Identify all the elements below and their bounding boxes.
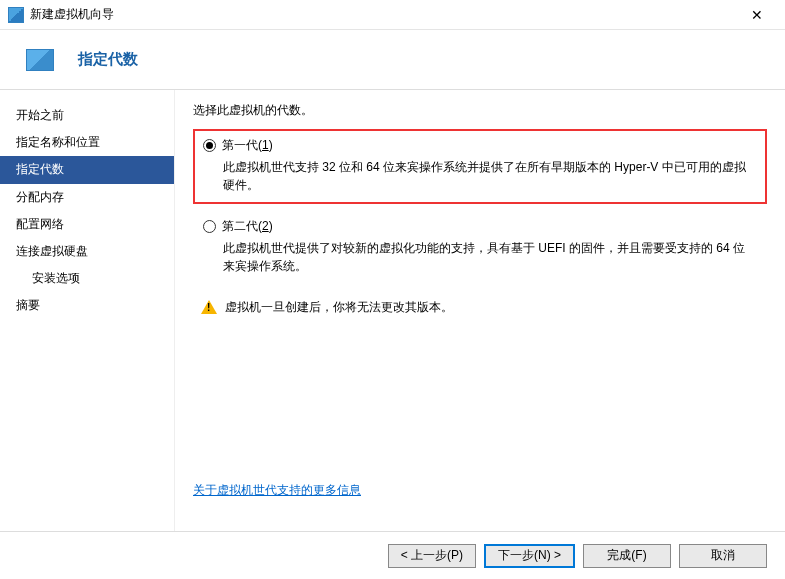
close-button[interactable]: ✕ [737,1,777,29]
sidebar-item-vhd[interactable]: 连接虚拟硬盘 [0,238,174,265]
finish-button[interactable]: 完成(F) [583,544,671,568]
close-icon: ✕ [751,7,763,23]
wizard-steps-sidebar: 开始之前 指定名称和位置 指定代数 分配内存 配置网络 连接虚拟硬盘 安装选项 … [0,90,175,531]
wizard-footer: < 上一步(P) 下一步(N) > 完成(F) 取消 [0,531,785,579]
generation-1-option[interactable]: 第一代(1) 此虚拟机世代支持 32 位和 64 位来宾操作系统并提供了在所有早… [193,129,767,204]
previous-button[interactable]: < 上一步(P) [388,544,476,568]
generation-1-radio-row[interactable]: 第一代(1) [203,137,757,154]
wizard-header: 指定代数 [0,30,785,90]
titlebar: 新建虚拟机向导 ✕ [0,0,785,30]
sidebar-item-network[interactable]: 配置网络 [0,211,174,238]
spacer [193,316,767,482]
gen2-description: 此虚拟机世代提供了对较新的虚拟化功能的支持，具有基于 UEFI 的固件，并且需要… [223,239,757,275]
more-info-link[interactable]: 关于虚拟机世代支持的更多信息 [193,482,767,499]
wizard-icon [26,49,54,71]
gen1-description: 此虚拟机世代支持 32 位和 64 位来宾操作系统并提供了在所有早期版本的 Hy… [223,158,757,194]
warning-row: 虚拟机一旦创建后，你将无法更改其版本。 [201,299,767,316]
app-icon [8,7,24,23]
wizard-body: 开始之前 指定名称和位置 指定代数 分配内存 配置网络 连接虚拟硬盘 安装选项 … [0,90,785,531]
generation-2-option[interactable]: 第二代(2) 此虚拟机世代提供了对较新的虚拟化功能的支持，具有基于 UEFI 的… [193,210,767,285]
next-button[interactable]: 下一步(N) > [484,544,575,568]
sidebar-item-name-location[interactable]: 指定名称和位置 [0,129,174,156]
warning-icon [201,300,217,314]
gen2-label: 第二代(2) [222,218,273,235]
sidebar-item-before-begin[interactable]: 开始之前 [0,102,174,129]
sidebar-item-summary[interactable]: 摘要 [0,292,174,319]
cancel-button[interactable]: 取消 [679,544,767,568]
wizard-main: 选择此虚拟机的代数。 第一代(1) 此虚拟机世代支持 32 位和 64 位来宾操… [175,90,785,531]
gen1-label: 第一代(1) [222,137,273,154]
radio-gen2[interactable] [203,220,216,233]
sidebar-item-memory[interactable]: 分配内存 [0,184,174,211]
instruction-text: 选择此虚拟机的代数。 [193,102,767,119]
sidebar-item-generation[interactable]: 指定代数 [0,156,174,183]
page-title: 指定代数 [78,50,138,69]
generation-2-radio-row[interactable]: 第二代(2) [203,218,757,235]
sidebar-item-install-options[interactable]: 安装选项 [0,265,174,292]
radio-gen1[interactable] [203,139,216,152]
warning-text: 虚拟机一旦创建后，你将无法更改其版本。 [225,299,453,316]
window-title: 新建虚拟机向导 [30,6,737,23]
